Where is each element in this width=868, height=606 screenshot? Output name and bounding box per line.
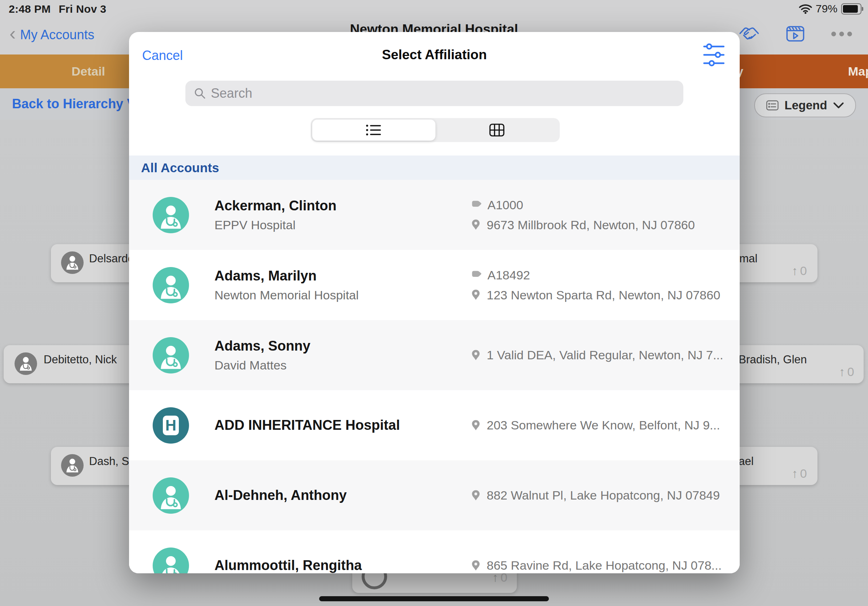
app-screen: 2:48 PMFri Nov 3 79% ‹ My Accounts Newto… <box>0 0 868 606</box>
legend-label: Legend <box>784 99 827 112</box>
card-name: mal <box>739 252 758 265</box>
location-icon <box>471 289 481 301</box>
affiliation-list: Ackerman, Clinton EPPV Hospital A1000 96… <box>129 180 740 573</box>
legend-icon <box>766 100 778 110</box>
list-view-button[interactable] <box>312 119 436 141</box>
affiliation-list-item[interactable]: Alummoottil, Rengitha 865 Ravine Rd, Lak… <box>129 530 740 573</box>
chevron-down-icon <box>833 102 844 109</box>
wifi-icon <box>799 4 812 14</box>
tab-map[interactable]: Map <box>848 54 868 88</box>
status-bar: 2:48 PMFri Nov 3 79% <box>0 0 868 17</box>
doctor-avatar <box>153 547 189 574</box>
affiliation-list-item[interactable]: Ackerman, Clinton EPPV Hospital A1000 96… <box>129 180 740 250</box>
arrow-up-icon: ↑ <box>839 365 845 379</box>
tag-icon <box>471 270 482 280</box>
search-icon <box>194 88 206 99</box>
more-icon[interactable] <box>831 32 852 36</box>
table-view-button[interactable] <box>436 119 559 141</box>
count-badge: ↑ 0 <box>792 467 807 481</box>
tag-icon <box>471 199 482 210</box>
location-icon <box>471 349 481 361</box>
account-name: Ackerman, Clinton <box>214 198 336 213</box>
account-code: A18492 <box>487 268 530 282</box>
doctor-avatar <box>61 251 84 274</box>
doctor-avatar <box>153 197 189 233</box>
section-header: All Accounts <box>129 156 740 180</box>
account-address: 9673 Millbrook Rd, Newton, NJ 07860 <box>487 218 695 232</box>
location-icon <box>471 219 481 231</box>
arrow-up-icon: ↑ <box>792 264 798 278</box>
select-affiliation-modal: Cancel Select Affiliation <box>129 32 740 573</box>
doctor-avatar <box>153 267 189 303</box>
card-name: Bradish, Glen <box>739 353 807 366</box>
account-address: 123 Newton Sparta Rd, Newton, NJ 07860 <box>487 288 721 302</box>
section-header-label: All Accounts <box>141 161 219 175</box>
battery-icon <box>841 3 862 14</box>
location-icon <box>471 490 481 501</box>
affiliation-list-item[interactable]: H ADD INHERITANCE Hospital 203 Somewhere… <box>129 390 740 460</box>
hospital-icon: H <box>163 416 179 435</box>
table-view-icon <box>489 124 505 137</box>
view-toggle <box>311 118 560 142</box>
doctor-avatar <box>61 454 84 477</box>
arrow-up-icon: ↑ <box>792 467 798 481</box>
hospital-avatar: H <box>153 407 189 444</box>
account-code: A1000 <box>487 198 523 212</box>
card-name: Debitetto, Nick <box>43 353 117 366</box>
location-icon <box>471 420 481 431</box>
count-badge: ↑ 0 <box>792 264 807 278</box>
account-subtitle: David Mattes <box>214 358 310 373</box>
account-name: ADD INHERITANCE Hospital <box>214 417 400 433</box>
filter-icon[interactable] <box>703 43 725 67</box>
battery-percent: 79% <box>816 3 837 15</box>
account-subtitle: EPPV Hospital <box>214 218 336 232</box>
search-input[interactable] <box>210 85 674 101</box>
search-field[interactable] <box>185 80 684 106</box>
account-address: 1 Valid DEA, Valid Regular, Newton, NJ 7… <box>487 348 723 362</box>
tab-detail[interactable]: Detail <box>71 54 105 88</box>
account-address: 882 Walnut Pl, Lake Hopatcong, NJ 07849 <box>487 488 720 502</box>
account-address: 203 Somewhere We Know, Belfont, NJ 9... <box>487 418 720 432</box>
location-icon <box>471 560 481 572</box>
affiliation-list-item[interactable]: Adams, Sonny David Mattes 1 Valid DEA, V… <box>129 320 740 390</box>
handshake-icon[interactable] <box>739 25 760 42</box>
doctor-avatar <box>14 352 37 375</box>
legend-button[interactable]: Legend <box>754 93 856 117</box>
date: Fri Nov 3 <box>59 3 106 15</box>
home-indicator[interactable] <box>319 596 549 601</box>
doctor-avatar <box>153 478 189 514</box>
affiliation-list-item[interactable]: Adams, Marilyn Newton Memorial Hospital … <box>129 250 740 320</box>
account-name: Adams, Marilyn <box>214 268 359 284</box>
modal-title: Select Affiliation <box>129 47 740 62</box>
account-name: Alummoottil, Rengitha <box>214 558 362 573</box>
affiliation-list-item[interactable]: Al-Dehneh, Anthony 882 Walnut Pl, Lake H… <box>129 460 740 530</box>
list-view-icon <box>365 123 382 137</box>
account-name: Adams, Sonny <box>214 338 310 354</box>
video-coaching-icon[interactable] <box>786 26 804 42</box>
account-address: 865 Ravine Rd, Lake Hopatcong, NJ 078... <box>487 558 722 573</box>
clock: 2:48 PM <box>9 3 51 15</box>
count-badge: ↑ 0 <box>839 365 854 379</box>
card-name: ael <box>739 455 753 468</box>
account-name: Al-Dehneh, Anthony <box>214 488 347 503</box>
account-subtitle: Newton Memorial Hospital <box>214 288 359 302</box>
doctor-avatar <box>153 337 189 374</box>
